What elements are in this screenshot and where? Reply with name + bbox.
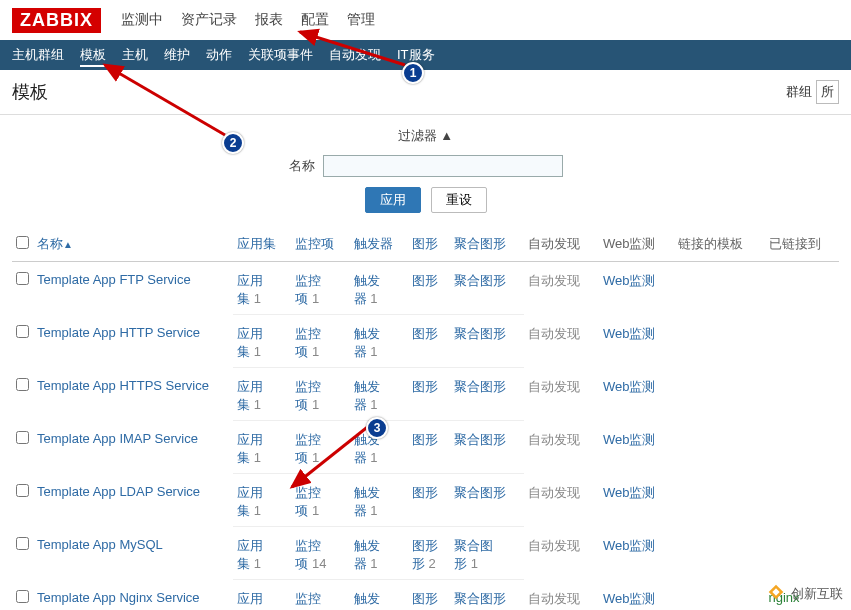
screens-link[interactable]: 聚合图形 bbox=[450, 474, 524, 503]
screens-link[interactable]: 聚合图 bbox=[450, 527, 524, 556]
screens-link[interactable]: 聚合图形 bbox=[450, 421, 524, 450]
items-count[interactable]: 项 1 bbox=[291, 396, 349, 421]
screens-link[interactable]: 聚合图形 bbox=[450, 368, 524, 397]
screens-count[interactable] bbox=[450, 290, 524, 315]
template-name-link[interactable]: Template App LDAP Service bbox=[33, 474, 233, 527]
table-header-checkbox[interactable] bbox=[12, 227, 33, 262]
template-name-link[interactable]: Template App HTTPS Service bbox=[33, 368, 233, 421]
items-link[interactable]: 监控 bbox=[291, 474, 349, 503]
top-nav-item-config[interactable]: 配置 bbox=[301, 11, 329, 29]
appset-count[interactable]: 集 1 bbox=[233, 449, 291, 474]
web-link[interactable]: Web监测 bbox=[599, 368, 674, 421]
subnav-item-maintenance[interactable]: 维护 bbox=[164, 46, 190, 64]
appset-link[interactable]: 应用 bbox=[233, 421, 291, 450]
items-link[interactable]: 监控 bbox=[291, 315, 349, 344]
web-link[interactable]: Web监测 bbox=[599, 474, 674, 527]
web-link[interactable]: Web监测 bbox=[599, 527, 674, 580]
triggers-count[interactable]: 器 1 bbox=[350, 555, 408, 580]
row-checkbox[interactable] bbox=[16, 590, 29, 603]
appset-link[interactable]: 应用 bbox=[233, 315, 291, 344]
screens-count[interactable] bbox=[450, 396, 524, 421]
row-checkbox[interactable] bbox=[16, 378, 29, 391]
top-nav-item-monitor[interactable]: 监测中 bbox=[121, 11, 163, 29]
screens-count[interactable]: 形 1 bbox=[450, 555, 524, 580]
top-nav-item-admin[interactable]: 管理 bbox=[347, 11, 375, 29]
items-count[interactable]: 项 14 bbox=[291, 555, 349, 580]
graphs-link[interactable]: 图形 bbox=[408, 262, 450, 291]
graphs-link[interactable]: 图形 bbox=[408, 368, 450, 397]
web-link[interactable]: Web监测 bbox=[599, 315, 674, 368]
items-count[interactable]: 项 1 bbox=[291, 449, 349, 474]
table-header-name[interactable]: 名称▲ bbox=[33, 227, 233, 262]
top-nav-item-inventory[interactable]: 资产记录 bbox=[181, 11, 237, 29]
items-count[interactable]: 项 1 bbox=[291, 343, 349, 368]
appset-link[interactable]: 应用 bbox=[233, 262, 291, 291]
items-link[interactable]: 监控 bbox=[291, 580, 349, 609]
subnav-item-hostgroups[interactable]: 主机群组 bbox=[12, 46, 64, 64]
appset-count[interactable]: 集 1 bbox=[233, 502, 291, 527]
triggers-count[interactable]: 器 1 bbox=[350, 290, 408, 315]
screens-count[interactable] bbox=[450, 502, 524, 527]
apply-button[interactable]: 应用 bbox=[365, 187, 421, 213]
triggers-link[interactable]: 触发 bbox=[350, 262, 408, 291]
row-checkbox[interactable] bbox=[16, 484, 29, 497]
table-header-graphs[interactable]: 图形 bbox=[408, 227, 450, 262]
appset-link[interactable]: 应用 bbox=[233, 527, 291, 556]
table-header-appset[interactable]: 应用集 bbox=[233, 227, 291, 262]
row-checkbox[interactable] bbox=[16, 431, 29, 444]
subnav-item-correlation[interactable]: 关联项事件 bbox=[248, 46, 313, 64]
screens-link[interactable]: 聚合图形 bbox=[450, 262, 524, 291]
web-link[interactable]: Web监测 bbox=[599, 580, 674, 611]
graphs-count[interactable]: 形 2 bbox=[408, 555, 450, 580]
subnav-item-itservice[interactable]: IT服务 bbox=[397, 46, 435, 64]
group-filter-select[interactable]: 所 bbox=[816, 80, 839, 104]
screens-link[interactable]: 聚合图形 bbox=[450, 315, 524, 344]
graphs-count[interactable] bbox=[408, 343, 450, 368]
screens-link[interactable]: 聚合图形 bbox=[450, 580, 524, 609]
triggers-count[interactable]: 器 1 bbox=[350, 396, 408, 421]
items-link[interactable]: 监控 bbox=[291, 421, 349, 450]
graphs-count[interactable] bbox=[408, 396, 450, 421]
triggers-link[interactable]: 触发 bbox=[350, 368, 408, 397]
graphs-link[interactable]: 图形 bbox=[408, 527, 450, 556]
triggers-count[interactable]: 器 1 bbox=[350, 343, 408, 368]
screens-count[interactable] bbox=[450, 449, 524, 474]
table-header-screens[interactable]: 聚合图形 bbox=[450, 227, 524, 262]
reset-button[interactable]: 重设 bbox=[431, 187, 487, 213]
appset-link[interactable]: 应用 bbox=[233, 368, 291, 397]
triggers-link[interactable]: 触发 bbox=[350, 527, 408, 556]
web-link[interactable]: Web监测 bbox=[599, 421, 674, 474]
items-link[interactable]: 监控 bbox=[291, 262, 349, 291]
subnav-item-templates[interactable]: 模板 bbox=[80, 46, 106, 64]
screens-count[interactable] bbox=[450, 343, 524, 368]
row-checkbox[interactable] bbox=[16, 537, 29, 550]
row-checkbox[interactable] bbox=[16, 272, 29, 285]
graphs-count[interactable] bbox=[408, 290, 450, 315]
filter-toggle[interactable]: 过滤器 ▲ bbox=[0, 123, 851, 149]
triggers-count[interactable]: 器 1 bbox=[350, 449, 408, 474]
appset-count[interactable]: 集 1 bbox=[233, 396, 291, 421]
triggers-link[interactable]: 触发 bbox=[350, 580, 408, 609]
template-name-link[interactable]: Template App IMAP Service bbox=[33, 421, 233, 474]
subnav-item-actions[interactable]: 动作 bbox=[206, 46, 232, 64]
filter-name-input[interactable] bbox=[323, 155, 563, 177]
graphs-count[interactable] bbox=[408, 449, 450, 474]
template-name-link[interactable]: Template App Nginx Service bbox=[33, 580, 233, 611]
appset-link[interactable]: 应用 bbox=[233, 580, 291, 609]
subnav-item-hosts[interactable]: 主机 bbox=[122, 46, 148, 64]
top-nav-item-reports[interactable]: 报表 bbox=[255, 11, 283, 29]
table-header-triggers[interactable]: 触发器 bbox=[350, 227, 408, 262]
items-link[interactable]: 监控 bbox=[291, 368, 349, 397]
template-name-link[interactable]: Template App HTTP Service bbox=[33, 315, 233, 368]
graphs-link[interactable]: 图形 bbox=[408, 580, 450, 609]
items-link[interactable]: 监控 bbox=[291, 527, 349, 556]
items-count[interactable]: 项 1 bbox=[291, 502, 349, 527]
table-header-items[interactable]: 监控项 bbox=[291, 227, 349, 262]
graphs-link[interactable]: 图形 bbox=[408, 421, 450, 450]
appset-count[interactable]: 集 1 bbox=[233, 290, 291, 315]
template-name-link[interactable]: Template App MySQL bbox=[33, 527, 233, 580]
items-count[interactable]: 项 1 bbox=[291, 290, 349, 315]
triggers-link[interactable]: 触发 bbox=[350, 474, 408, 503]
triggers-link[interactable]: 触发 bbox=[350, 421, 408, 450]
graphs-count[interactable] bbox=[408, 502, 450, 527]
